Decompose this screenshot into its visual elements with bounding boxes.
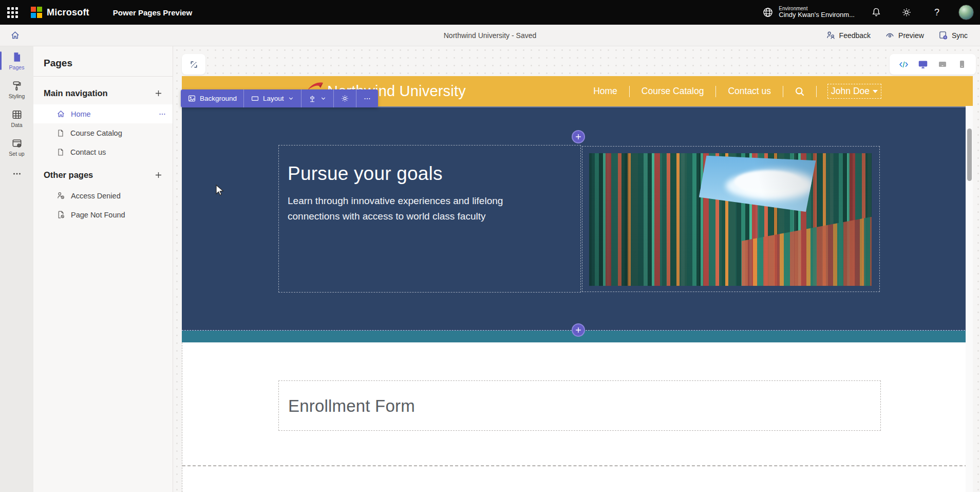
tablet-preview-button[interactable]	[935, 57, 950, 72]
alignment-dropdown-button[interactable]	[301, 89, 333, 107]
section-toolbar: Background Layout	[181, 89, 378, 107]
home-icon	[10, 30, 20, 40]
more-horizontal-icon	[158, 110, 166, 118]
rail-item-setup[interactable]: Set up	[0, 133, 33, 161]
microsoft-logo[interactable]: Microsoft	[31, 7, 89, 18]
home-icon	[56, 110, 65, 118]
site-preview-frame: Northwind University Home Course Catalog…	[182, 76, 973, 492]
sync-label: Sync	[952, 31, 968, 40]
expand-canvas-button[interactable]	[182, 54, 205, 75]
rail-more-button[interactable]	[0, 169, 33, 179]
nav-separator	[816, 86, 817, 97]
add-other-page-button[interactable]	[152, 169, 164, 181]
section-more-button[interactable]	[356, 89, 378, 107]
hero-image-column[interactable]	[582, 146, 880, 292]
section-heading: Main navigation	[44, 88, 108, 98]
add-section-button-top[interactable]	[572, 130, 585, 143]
hero-subtitle[interactable]: Learn through innovative experiences and…	[288, 193, 529, 224]
chevron-down-icon	[320, 95, 327, 102]
rail-item-styling[interactable]: Styling	[0, 75, 33, 104]
desktop-preview-button[interactable]	[915, 57, 931, 72]
panel-title: Pages	[33, 46, 173, 76]
page-item-label: Home	[71, 110, 91, 118]
top-bar-right: Environment Cindy Kwan's Environm... ?	[762, 4, 980, 21]
hero-title[interactable]: Pursue your goals	[288, 163, 580, 185]
rail-item-data[interactable]: Data	[0, 104, 33, 133]
site-nav-contact-us[interactable]: Contact us	[727, 83, 772, 100]
add-section-button-middle[interactable]	[572, 323, 585, 337]
plus-icon	[575, 133, 582, 140]
command-bar: Northwind University - Saved Feedback Pr…	[0, 25, 980, 46]
hero-image[interactable]	[589, 153, 872, 286]
page-item-label: Course Catalog	[70, 129, 122, 137]
background-image-icon	[187, 94, 196, 103]
feedback-icon	[826, 30, 836, 40]
form-page-section[interactable]: Enrollment Form	[182, 342, 973, 492]
layout-dropdown-button[interactable]: Layout	[243, 89, 301, 107]
sidebar-item-page-not-found[interactable]: Page Not Found	[33, 205, 173, 224]
sidebar-item-course-catalog[interactable]: Course Catalog	[33, 123, 173, 142]
notifications-button[interactable]	[868, 4, 885, 21]
microsoft-brand-text: Microsoft	[47, 7, 89, 18]
mobile-preview-button[interactable]	[954, 57, 970, 72]
hero-image-shading	[589, 153, 872, 286]
device-preview-switcher	[890, 54, 976, 75]
layout-label: Layout	[263, 95, 284, 102]
mobile-icon	[957, 59, 967, 69]
site-user-menu[interactable]: John Doe	[827, 84, 881, 99]
gear-icon	[341, 94, 349, 103]
account-avatar[interactable]	[958, 5, 974, 20]
section-boundary-line	[182, 465, 973, 466]
sidebar-item-home[interactable]: Home	[33, 104, 173, 123]
settings-button[interactable]	[898, 4, 915, 21]
rail-item-pages[interactable]: Pages	[0, 46, 33, 75]
canvas-scrollbar-track[interactable]	[966, 106, 973, 492]
background-label: Background	[200, 95, 237, 102]
sidebar-item-contact-us[interactable]: Contact us	[33, 142, 173, 161]
panel-divider	[33, 76, 173, 77]
rail-label: Styling	[9, 93, 25, 99]
person-blocked-icon	[56, 191, 65, 200]
site-nav-home[interactable]: Home	[592, 83, 618, 100]
enrollment-form-title[interactable]: Enrollment Form	[288, 396, 880, 416]
feedback-button[interactable]: Feedback	[821, 27, 876, 43]
page-blocked-icon	[56, 210, 65, 219]
environment-picker[interactable]: Environment Cindy Kwan's Environm...	[762, 6, 855, 19]
command-bar-actions: Feedback Preview Sync	[821, 27, 980, 43]
add-page-button[interactable]	[152, 87, 164, 99]
help-button[interactable]: ?	[928, 4, 946, 21]
power-pages-app: Microsoft Power Pages Preview Environmen…	[0, 0, 980, 492]
plus-icon	[575, 326, 582, 334]
app-launcher-icon[interactable]	[0, 0, 25, 25]
hero-text-column[interactable]: Pursue your goals Learn through innovati…	[278, 145, 581, 293]
left-rail: Pages Styling Data Set up	[0, 46, 33, 492]
sync-button[interactable]: Sync	[933, 27, 973, 43]
preview-button[interactable]: Preview	[880, 27, 929, 43]
code-editor-button[interactable]	[896, 57, 911, 72]
sync-icon	[938, 30, 948, 40]
setup-icon	[11, 138, 23, 149]
background-button[interactable]: Background	[181, 89, 243, 107]
plus-icon	[154, 171, 163, 179]
site-search-button[interactable]	[794, 86, 805, 97]
preview-label: Preview	[898, 31, 924, 40]
site-user-name: John Doe	[831, 86, 870, 97]
main-navigation-heading-row: Main navigation	[33, 80, 173, 104]
nav-separator	[783, 86, 783, 97]
site-nav-course-catalog[interactable]: Course Catalog	[640, 83, 705, 100]
other-pages-heading-row: Other pages	[33, 161, 173, 186]
expand-icon	[189, 60, 199, 69]
chevron-down-icon	[288, 95, 294, 102]
environment-name: Cindy Kwan's Environm...	[779, 11, 855, 19]
align-icon	[308, 95, 316, 103]
enrollment-form-block[interactable]: Enrollment Form	[278, 380, 881, 431]
rail-label: Pages	[9, 64, 25, 70]
studio-home-button[interactable]	[4, 25, 26, 46]
page-item-more-button[interactable]	[158, 110, 166, 118]
section-heading: Other pages	[44, 170, 93, 180]
environment-text: Environment Cindy Kwan's Environm...	[779, 6, 855, 19]
canvas-scrollbar-thumb[interactable]	[967, 129, 972, 181]
sidebar-item-access-denied[interactable]: Access Denied	[33, 186, 173, 205]
site-nav: Home Course Catalog Contact us John Doe	[592, 76, 881, 106]
section-settings-button[interactable]	[333, 89, 356, 107]
